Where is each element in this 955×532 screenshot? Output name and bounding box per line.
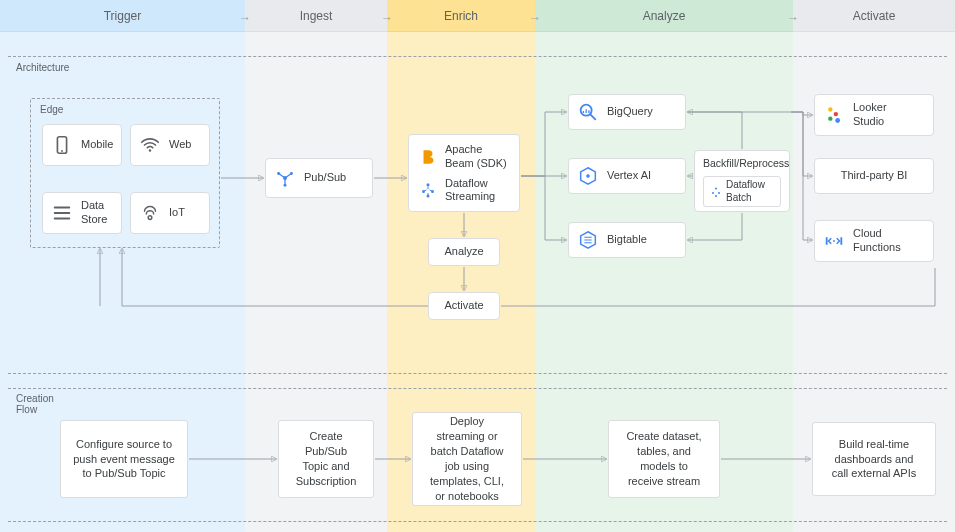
edge-iot-label: IoT bbox=[169, 206, 185, 220]
node-bigtable-label: Bigtable bbox=[607, 233, 647, 247]
edge-mobile: Mobile bbox=[42, 124, 122, 166]
node-dataflow-batch-label: Dataflow Batch bbox=[726, 179, 774, 204]
svg-point-18 bbox=[828, 107, 832, 111]
node-enrich-analyze: Analyze bbox=[428, 238, 500, 266]
iot-icon bbox=[139, 202, 161, 224]
node-cloud-functions-label: Cloud Functions bbox=[853, 227, 901, 255]
row-dataflow-streaming: Dataflow Streaming bbox=[419, 177, 495, 205]
node-enrich-activate: Activate bbox=[428, 292, 500, 320]
svg-point-1 bbox=[61, 150, 63, 152]
node-third-party-bi: Third-party BI bbox=[814, 158, 934, 194]
col-header-analyze: Analyze bbox=[535, 0, 793, 32]
cloud-functions-icon bbox=[823, 230, 845, 252]
node-bigquery: BigQuery bbox=[568, 94, 686, 130]
svg-point-19 bbox=[834, 112, 838, 116]
node-dataflow-streaming-label: Dataflow Streaming bbox=[445, 177, 495, 205]
node-backfill-label: Backfill/Reprocess bbox=[703, 157, 789, 170]
flow-analyze: Create dataset, tables, and models to re… bbox=[608, 420, 720, 498]
looker-icon bbox=[823, 104, 845, 126]
flow-activate-label: Build real-time dashboards and call exte… bbox=[825, 437, 923, 482]
pubsub-icon bbox=[274, 167, 296, 189]
col-header-trigger: Trigger bbox=[0, 0, 245, 32]
wifi-icon bbox=[139, 134, 161, 156]
edge-mobile-label: Mobile bbox=[81, 138, 113, 152]
col-header-enrich: Enrich bbox=[387, 0, 535, 32]
edge-web: Web bbox=[130, 124, 210, 166]
flow-analyze-label: Create dataset, tables, and models to re… bbox=[621, 429, 707, 488]
edge-group-label: Edge bbox=[40, 104, 63, 115]
node-bigtable: Bigtable bbox=[568, 222, 686, 258]
node-dataflow-batch: Dataflow Batch bbox=[703, 176, 781, 207]
node-looker: Looker Studio bbox=[814, 94, 934, 136]
flow-activate: Build real-time dashboards and call exte… bbox=[812, 422, 936, 496]
svg-point-21 bbox=[835, 118, 840, 123]
vertex-icon bbox=[577, 165, 599, 187]
node-looker-label: Looker Studio bbox=[853, 101, 887, 129]
node-backfill: Backfill/Reprocess Dataflow Batch bbox=[694, 150, 790, 212]
node-cloud-functions: Cloud Functions bbox=[814, 220, 934, 262]
node-bigquery-label: BigQuery bbox=[607, 105, 653, 119]
bigtable-icon bbox=[577, 229, 599, 251]
node-vertex-label: Vertex AI bbox=[607, 169, 651, 183]
svg-point-16 bbox=[718, 192, 720, 194]
beam-icon bbox=[419, 148, 437, 166]
flow-ingest: Create Pub/Sub Topic and Subscription bbox=[278, 420, 374, 498]
node-enrich-analyze-label: Analyze bbox=[444, 245, 483, 259]
dataflow-icon bbox=[419, 181, 437, 199]
col-header-activate: Activate bbox=[793, 0, 955, 32]
node-pubsub: Pub/Sub bbox=[265, 158, 373, 198]
node-enrich-stack: Apache Beam (SDK) Dataflow Streaming bbox=[408, 134, 520, 212]
flow-enrich: Deploy streaming or batch Dataflow job u… bbox=[412, 412, 522, 506]
svg-point-20 bbox=[828, 116, 832, 120]
svg-point-3 bbox=[148, 216, 152, 220]
node-pubsub-label: Pub/Sub bbox=[304, 171, 346, 185]
flow-trigger: Configure source to push event message t… bbox=[60, 420, 188, 498]
svg-point-13 bbox=[586, 174, 590, 178]
node-beam-label: Apache Beam (SDK) bbox=[445, 143, 507, 171]
edge-data-store: Data Store bbox=[42, 192, 122, 234]
flow-enrich-label: Deploy streaming or batch Dataflow job u… bbox=[425, 414, 509, 503]
svg-point-8 bbox=[427, 184, 430, 187]
col-header-ingest: Ingest bbox=[245, 0, 387, 32]
flow-trigger-label: Configure source to push event message t… bbox=[73, 437, 175, 482]
node-vertex: Vertex AI bbox=[568, 158, 686, 194]
edge-data-store-label: Data Store bbox=[81, 199, 107, 227]
mobile-icon bbox=[51, 134, 73, 156]
svg-point-14 bbox=[715, 187, 717, 189]
svg-point-22 bbox=[833, 240, 835, 242]
bigquery-icon bbox=[577, 101, 599, 123]
flow-ingest-label: Create Pub/Sub Topic and Subscription bbox=[291, 429, 361, 488]
row-beam: Apache Beam (SDK) bbox=[419, 143, 507, 171]
svg-point-2 bbox=[149, 149, 151, 151]
list-icon bbox=[51, 202, 73, 224]
dataflow-batch-icon bbox=[710, 186, 722, 198]
svg-point-15 bbox=[712, 192, 714, 194]
edge-web-label: Web bbox=[169, 138, 191, 152]
node-third-party-bi-label: Third-party BI bbox=[841, 169, 908, 183]
svg-point-17 bbox=[715, 195, 717, 197]
edge-iot: IoT bbox=[130, 192, 210, 234]
node-enrich-activate-label: Activate bbox=[444, 299, 483, 313]
